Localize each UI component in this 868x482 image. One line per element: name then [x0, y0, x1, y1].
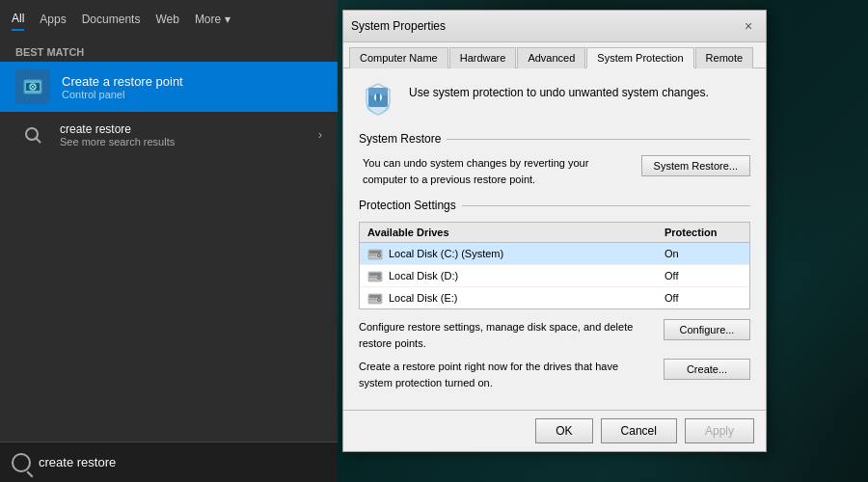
drive-e-status: Off [665, 292, 742, 304]
drive-d-cell: Local Disk (D:) [367, 268, 665, 283]
result-text-wrap: Create a restore point Control panel [62, 74, 322, 100]
search-icon [12, 453, 31, 472]
protection-table: Available Drives Protection Local Disk (… [359, 222, 750, 309]
system-restore-section: You can undo system changes by reverting… [363, 155, 750, 187]
result-title: Create a restore point [62, 74, 322, 89]
tab-more[interactable]: More ▾ [195, 9, 231, 30]
table-row[interactable]: Local Disk (C:) (System) On [360, 243, 749, 265]
create-button[interactable]: Create... [664, 359, 750, 380]
configure-section: Configure restore settings, manage disk … [359, 319, 750, 351]
restore-description: You can undo system changes by reverting… [363, 155, 632, 187]
secondary-result-title: create restore [60, 122, 309, 136]
restore-point-icon [15, 69, 50, 104]
table-row[interactable]: Local Disk (E:) Off [360, 287, 749, 308]
info-section: Use system protection to undo unwanted s… [359, 80, 750, 119]
protection-settings-divider: Protection Settings [359, 199, 750, 212]
search-result-icon [15, 118, 50, 152]
ok-button[interactable]: OK [535, 418, 592, 443]
tab-hardware[interactable]: Hardware [449, 47, 517, 68]
best-match-label: Best match [0, 39, 338, 62]
drive-c-label: Local Disk (C:) (System) [389, 248, 503, 259]
drive-c-cell: Local Disk (C:) (System) [367, 246, 665, 261]
system-restore-divider: System Restore [359, 132, 750, 146]
apply-button[interactable]: Apply [685, 418, 754, 443]
drive-d-status: Off [665, 270, 742, 281]
tab-web[interactable]: Web [155, 9, 178, 30]
drive-d-icon [367, 268, 383, 283]
divider-line [447, 139, 750, 140]
start-menu-tabs: All Apps Documents Web More ▾ [0, 0, 338, 39]
drive-e-cell: Local Disk (E:) [367, 290, 665, 306]
tab-all[interactable]: All [12, 8, 24, 31]
tab-documents[interactable]: Documents [82, 9, 141, 30]
drive-e-label: Local Disk (E:) [389, 292, 458, 304]
tab-apps[interactable]: Apps [40, 9, 66, 30]
shield-icon [359, 80, 397, 119]
system-restore-button[interactable]: System Restore... [641, 155, 750, 176]
search-bar: create restore [0, 442, 338, 482]
result-create-restore[interactable]: create restore See more search results › [0, 112, 338, 158]
system-properties-dialog: System Properties × Computer Name Hardwa… [342, 10, 767, 452]
table-header: Available Drives Protection [360, 223, 749, 243]
protection-settings-label: Protection Settings [359, 199, 456, 212]
secondary-result-wrap: create restore See more search results [60, 122, 309, 147]
configure-description: Configure restore settings, manage disk … [359, 319, 654, 351]
cancel-button[interactable]: Cancel [601, 418, 677, 443]
tab-remote[interactable]: Remote [695, 47, 754, 68]
close-button[interactable]: × [739, 16, 758, 36]
table-row[interactable]: Local Disk (D:) Off [360, 265, 749, 287]
dialog-footer: OK Cancel Apply [343, 410, 766, 451]
tab-system-protection[interactable]: System Protection [586, 47, 693, 68]
tab-advanced[interactable]: Advanced [517, 47, 585, 68]
svg-rect-13 [369, 254, 376, 255]
dialog-titlebar: System Properties × [343, 11, 766, 42]
system-restore-label: System Restore [359, 132, 441, 146]
dialog-content: Use system protection to undo unwanted s… [343, 68, 766, 410]
chevron-right-icon: › [318, 128, 322, 142]
svg-rect-17 [369, 277, 376, 278]
result-subtitle: Control panel [62, 89, 322, 100]
dialog-tabs: Computer Name Hardware Advanced System P… [343, 42, 766, 68]
svg-rect-19 [369, 295, 381, 298]
configure-button[interactable]: Configure... [664, 319, 750, 340]
drive-c-icon [367, 246, 383, 261]
svg-line-4 [36, 138, 41, 143]
result-create-restore-point[interactable]: Create a restore point Control panel [0, 62, 338, 112]
see-more-text: See more search results [60, 136, 309, 147]
tab-computer-name[interactable]: Computer Name [349, 47, 448, 68]
svg-rect-11 [369, 251, 381, 254]
search-input[interactable]: create restore [39, 455, 116, 469]
create-description: Create a restore point right now for the… [359, 359, 654, 390]
protection-divider-line [462, 205, 750, 206]
drive-c-status: On [665, 248, 742, 259]
col-available-drives: Available Drives [367, 227, 665, 238]
drive-e-icon [367, 290, 383, 306]
svg-rect-15 [369, 273, 381, 276]
dialog-title: System Properties [351, 19, 446, 33]
svg-rect-21 [369, 299, 376, 300]
info-text: Use system protection to undo unwanted s… [409, 80, 709, 99]
col-protection: Protection [665, 227, 742, 238]
drive-d-label: Local Disk (D:) [389, 270, 458, 281]
svg-rect-9 [376, 94, 380, 101]
create-section: Create a restore point right now for the… [359, 359, 750, 390]
start-menu: All Apps Documents Web More ▾ Best match… [0, 0, 338, 482]
